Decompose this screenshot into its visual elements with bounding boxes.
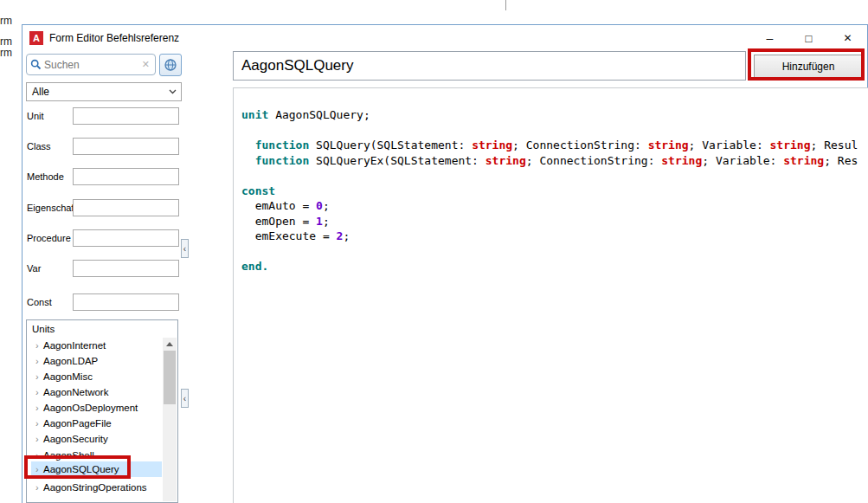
class-field[interactable] xyxy=(73,138,179,155)
list-item-aagonmisc[interactable]: ›AagonMisc xyxy=(31,369,162,384)
units-scrollbar[interactable] xyxy=(163,338,177,501)
maximize-button[interactable]: □ xyxy=(789,25,828,51)
chevron-right-icon: › xyxy=(31,403,43,413)
code-line xyxy=(241,123,868,139)
chevron-right-icon: › xyxy=(31,371,43,382)
desktop-background: rm rm rm A Form Editor Befehlsreferenz –… xyxy=(0,0,868,503)
var-label: Var xyxy=(27,263,41,274)
splitter-collapse-button-bottom[interactable]: ‹ xyxy=(181,389,189,408)
code-line xyxy=(241,244,868,260)
scroll-up-icon xyxy=(166,342,173,346)
code-line: emAuto = 0; xyxy=(241,198,868,214)
list-item-label: AagonStringOperations xyxy=(43,482,147,493)
scrollbar-thumb[interactable] xyxy=(164,351,176,404)
list-item-aagonosdeployment[interactable]: ›AagonOsDeployment xyxy=(31,400,162,416)
field-row-const: Const xyxy=(27,293,200,311)
chevron-right-icon: › xyxy=(31,387,43,397)
eigenschaft-label: Eigenschaft xyxy=(27,203,76,213)
var-field[interactable] xyxy=(73,260,179,277)
code-line: emOpen = 1; xyxy=(241,214,868,229)
list-item-label: AagonSecurity xyxy=(43,434,108,444)
title-bar: A Form Editor Befehlsreferenz – □ ✕ xyxy=(23,25,867,51)
list-item-aagonldap[interactable]: ›AagonLDAP xyxy=(31,353,162,369)
field-row-eigenschaft: Eigenschaft xyxy=(27,199,200,216)
procedure-field[interactable] xyxy=(73,229,179,247)
list-item-label: AagonMisc xyxy=(43,371,93,382)
minimize-button[interactable]: – xyxy=(750,25,789,51)
list-item-label: AagonLDAP xyxy=(43,356,98,366)
close-button[interactable]: ✕ xyxy=(828,25,867,51)
chevron-right-icon: › xyxy=(31,418,43,429)
globe-icon xyxy=(164,58,177,72)
app-icon: A xyxy=(29,31,43,45)
filter-dropdown[interactable]: Alle xyxy=(26,82,182,101)
chevron-down-icon xyxy=(164,89,181,94)
field-row-unit: Unit xyxy=(27,107,200,125)
field-row-var: Var xyxy=(27,260,200,277)
code-line xyxy=(241,168,868,184)
list-item-label: AagonInternet xyxy=(43,340,106,351)
splitter-collapse-button-top[interactable]: ‹ xyxy=(181,239,189,258)
code-line: end. xyxy=(241,259,868,274)
field-row-class: Class xyxy=(27,138,200,155)
field-row-methode: Methode xyxy=(27,168,200,185)
code-content: unit AagonSQLQuery; function SQLQuery(SQ… xyxy=(241,107,868,274)
units-list-header: Units xyxy=(32,324,55,334)
clear-search-icon[interactable]: ✕ xyxy=(142,59,150,70)
chevron-right-icon: › xyxy=(31,340,43,351)
chevron-right-icon: › xyxy=(31,482,43,493)
list-item-label: AagonNetwork xyxy=(43,387,108,397)
background-text-fragment: rm xyxy=(0,15,12,27)
command-name-input[interactable] xyxy=(233,51,746,81)
list-item-aagoninternet[interactable]: ›AagonInternet xyxy=(31,338,162,353)
window-controls: – □ ✕ xyxy=(750,25,867,51)
code-line: function SQLQueryEx(SQLStatement: string… xyxy=(241,153,868,169)
search-icon xyxy=(30,59,42,70)
eigenschaft-field[interactable] xyxy=(73,199,179,216)
list-item-aagonsecurity[interactable]: ›AagonSecurity xyxy=(31,431,162,447)
search-input[interactable] xyxy=(44,59,140,71)
class-label: Class xyxy=(27,141,51,152)
code-line: emExecute = 2; xyxy=(241,229,868,244)
scroll-up-button[interactable] xyxy=(163,338,177,351)
annotation-box-add-button xyxy=(748,48,865,81)
app-window: A Form Editor Befehlsreferenz – □ ✕ ✕ xyxy=(22,24,868,503)
filter-dropdown-value: Alle xyxy=(32,86,49,98)
background-window-edge xyxy=(505,0,506,10)
list-item-label: AagonPageFile xyxy=(43,418,112,429)
chevron-right-icon: › xyxy=(31,356,43,366)
chevron-right-icon: › xyxy=(31,434,43,444)
code-line: unit AagonSQLQuery; xyxy=(241,107,868,123)
online-help-button[interactable] xyxy=(159,54,182,76)
const-field[interactable] xyxy=(73,293,179,311)
search-box: ✕ xyxy=(26,54,156,75)
methode-label: Methode xyxy=(27,171,64,182)
field-row-procedure: Procedure xyxy=(27,229,200,247)
const-label: Const xyxy=(27,297,52,307)
list-item-label: AagonOsDeployment xyxy=(43,403,138,413)
code-line: const xyxy=(241,184,868,199)
procedure-label: Procedure xyxy=(27,233,71,243)
list-item-aagonstringoperations[interactable]: ›AagonStringOperations xyxy=(31,480,162,495)
list-item-aagonpagefile[interactable]: ›AagonPageFile xyxy=(31,416,162,431)
list-item-aagonnetwork[interactable]: ›AagonNetwork xyxy=(31,384,162,400)
unit-field[interactable] xyxy=(73,107,179,125)
methode-field[interactable] xyxy=(73,168,179,185)
annotation-box-selected-unit xyxy=(24,455,131,479)
background-text-fragment: rm xyxy=(0,35,12,48)
code-line: function SQLQuery(SQLStatement: string; … xyxy=(241,138,868,153)
unit-label: Unit xyxy=(27,111,44,121)
background-text-fragment: rm xyxy=(0,47,12,59)
window-title: Form Editor Befehlsreferenz xyxy=(49,32,179,44)
code-viewer[interactable]: unit AagonSQLQuery; function SQLQuery(SQ… xyxy=(233,87,868,503)
